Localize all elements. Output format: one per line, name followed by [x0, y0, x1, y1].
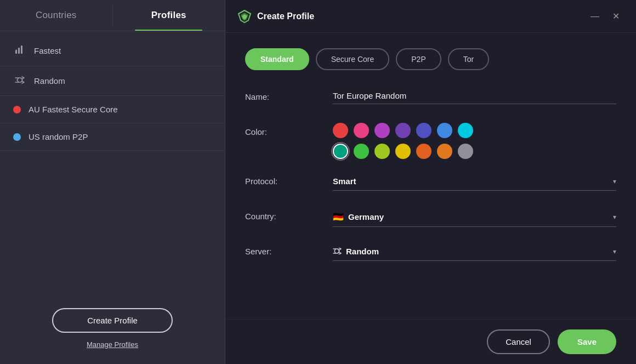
name-field-container — [333, 88, 616, 104]
country-dropdown-trigger[interactable]: 🇩🇪 Germany ▾ — [333, 207, 616, 227]
bar-chart-icon — [13, 44, 26, 57]
server-value: Random — [346, 247, 379, 256]
main-tabs: Countries Profiles — [0, 0, 225, 31]
modal-title: Create Profile — [257, 12, 314, 21]
color-dot[interactable] — [354, 123, 369, 138]
type-tab-standard[interactable]: Standard — [245, 48, 309, 70]
server-row: Server: Random ▾ — [245, 242, 616, 264]
color-picker — [333, 123, 616, 159]
list-item[interactable]: Random — [0, 66, 225, 96]
name-input[interactable] — [333, 88, 616, 104]
minimize-button[interactable]: — — [586, 9, 604, 24]
color-dot[interactable] — [333, 123, 348, 138]
modal-panel: Create Profile — ✕ Standard Secure Core … — [225, 0, 636, 364]
color-dot[interactable] — [437, 144, 452, 159]
color-row-1 — [333, 123, 616, 138]
us-p2p-label: US random P2P — [29, 132, 88, 141]
svg-rect-3 — [16, 49, 16, 50]
country-value: Germany — [348, 212, 384, 221]
color-row-2 — [333, 144, 616, 159]
color-label: Color: — [245, 123, 333, 136]
create-profile-button[interactable]: Create Profile — [52, 308, 173, 333]
country-row: Country: 🇩🇪 Germany ▾ — [245, 207, 616, 229]
svg-rect-1 — [18, 48, 20, 54]
protocol-dropdown-trigger[interactable]: Smart ▾ — [333, 172, 616, 191]
profile-color-dot — [13, 133, 21, 141]
random-label: Random — [34, 76, 65, 86]
server-dropdown-left: Random — [333, 247, 379, 256]
random-icon — [13, 75, 26, 87]
profile-actions: Create Profile Manage Profiles — [0, 293, 225, 364]
color-dot[interactable] — [458, 123, 473, 138]
svg-rect-0 — [15, 50, 17, 54]
tab-countries[interactable]: Countries — [0, 0, 112, 31]
country-flag: 🇩🇪 — [333, 212, 344, 222]
au-secure-core-label: AU Fastest Secure Core — [29, 105, 118, 114]
fastest-label: Fastest — [34, 46, 61, 55]
server-dropdown: Random ▾ — [333, 242, 616, 261]
color-dot[interactable] — [374, 123, 390, 138]
svg-rect-2 — [21, 46, 22, 54]
chevron-down-icon: ▾ — [613, 213, 616, 221]
list-item[interactable]: AU Fastest Secure Core — [0, 96, 225, 123]
color-dot-selected[interactable] — [333, 144, 348, 159]
proton-vpn-icon — [237, 9, 252, 24]
modal-title-left: Create Profile — [237, 9, 314, 24]
server-label: Server: — [245, 242, 333, 256]
name-label: Name: — [245, 88, 333, 101]
color-dot[interactable] — [395, 144, 411, 159]
type-tab-p2p[interactable]: P2P — [396, 48, 441, 70]
color-dot[interactable] — [458, 144, 473, 159]
modal-titlebar: Create Profile — ✕ — [225, 0, 636, 33]
color-dot[interactable] — [416, 123, 431, 138]
color-dot[interactable] — [416, 144, 431, 159]
random-shuffle-icon — [333, 247, 342, 256]
protocol-label: Protocol: — [245, 172, 333, 186]
left-panel: Countries Profiles Fastest — [0, 0, 225, 364]
list-item[interactable]: US random P2P — [0, 123, 225, 151]
color-dot[interactable] — [374, 144, 390, 159]
name-row: Name: — [245, 88, 616, 110]
chevron-down-icon: ▾ — [613, 178, 616, 185]
country-label: Country: — [245, 207, 333, 221]
type-tab-tor[interactable]: Tor — [448, 48, 489, 70]
close-button[interactable]: ✕ — [608, 9, 624, 24]
protocol-dropdown: Smart ▾ — [333, 172, 616, 191]
color-dot[interactable] — [395, 123, 411, 138]
type-tabs: Standard Secure Core P2P Tor — [245, 48, 616, 70]
modal-content: Standard Secure Core P2P Tor Name: Color… — [225, 33, 636, 319]
color-dot[interactable] — [354, 144, 369, 159]
save-button[interactable]: Save — [558, 329, 616, 354]
country-dropdown: 🇩🇪 Germany ▾ — [333, 207, 616, 227]
chevron-down-icon: ▾ — [613, 248, 616, 255]
color-dot[interactable] — [437, 123, 452, 138]
tab-profiles[interactable]: Profiles — [113, 0, 225, 31]
profile-color-dot — [13, 106, 21, 113]
country-dropdown-left: 🇩🇪 Germany — [333, 212, 384, 222]
window-controls: — ✕ — [586, 9, 624, 24]
list-item[interactable]: Fastest — [0, 36, 225, 66]
manage-profiles-link[interactable]: Manage Profiles — [87, 340, 138, 349]
protocol-value: Smart — [333, 177, 356, 186]
type-tab-secure-core[interactable]: Secure Core — [316, 48, 390, 70]
server-dropdown-trigger[interactable]: Random ▾ — [333, 242, 616, 261]
protocol-row: Protocol: Smart ▾ — [245, 172, 616, 194]
color-row: Color: — [245, 123, 616, 159]
modal-footer: Cancel Save — [225, 319, 636, 364]
cancel-button[interactable]: Cancel — [487, 329, 550, 354]
profile-list: Fastest Random AU Fastest Secure Core US… — [0, 31, 225, 293]
